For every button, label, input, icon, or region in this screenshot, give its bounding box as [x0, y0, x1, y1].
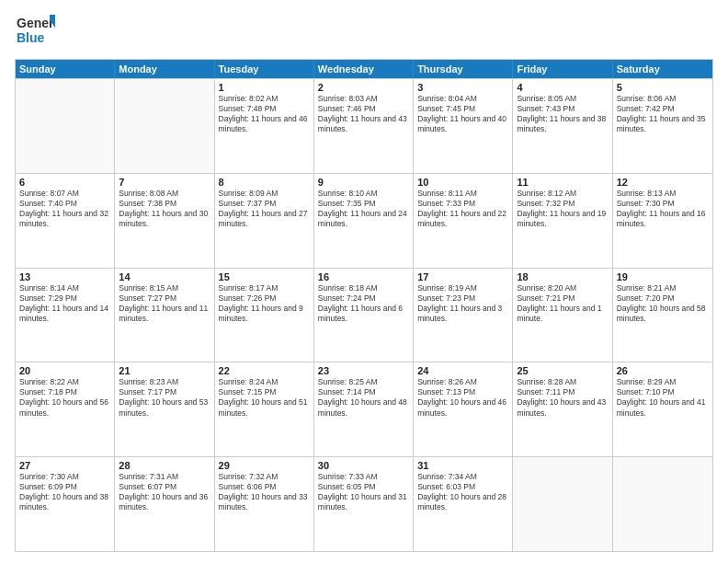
day-details: Sunrise: 8:07 AM Sunset: 7:40 PM Dayligh… [19, 189, 110, 229]
calendar-cell: 10Sunrise: 8:11 AM Sunset: 7:33 PM Dayli… [414, 174, 513, 268]
calendar-row-3: 13Sunrise: 8:14 AM Sunset: 7:29 PM Dayli… [16, 268, 712, 362]
calendar-cell: 30Sunrise: 7:33 AM Sunset: 6:05 PM Dayli… [314, 457, 414, 551]
weekday-header-wednesday: Wednesday [314, 60, 414, 78]
day-number: 26 [617, 365, 709, 376]
svg-text:General: General [17, 16, 55, 30]
day-number: 25 [517, 365, 608, 376]
calendar-cell: 20Sunrise: 8:22 AM Sunset: 7:18 PM Dayli… [16, 362, 115, 456]
day-details: Sunrise: 8:06 AM Sunset: 7:42 PM Dayligh… [617, 94, 709, 134]
calendar-cell: 1Sunrise: 8:02 AM Sunset: 7:48 PM Daylig… [215, 79, 314, 173]
day-number: 29 [219, 460, 310, 471]
calendar-cell: 12Sunrise: 8:13 AM Sunset: 7:30 PM Dayli… [613, 174, 712, 268]
day-number: 24 [417, 365, 508, 376]
calendar-cell: 5Sunrise: 8:06 AM Sunset: 7:42 PM Daylig… [613, 79, 712, 173]
calendar-row-2: 6Sunrise: 8:07 AM Sunset: 7:40 PM Daylig… [16, 173, 712, 268]
day-number: 3 [417, 82, 508, 93]
page: General Blue SundayMondayTuesdayWednesda… [0, 0, 728, 563]
weekday-header-saturday: Saturday [613, 60, 712, 78]
day-details: Sunrise: 8:21 AM Sunset: 7:20 PM Dayligh… [617, 283, 709, 324]
day-details: Sunrise: 8:28 AM Sunset: 7:11 PM Dayligh… [517, 377, 608, 418]
day-details: Sunrise: 8:24 AM Sunset: 7:15 PM Dayligh… [219, 377, 310, 418]
day-number: 5 [617, 82, 709, 93]
day-number: 15 [219, 271, 310, 282]
calendar-cell: 7Sunrise: 8:08 AM Sunset: 7:38 PM Daylig… [115, 174, 214, 268]
day-number: 27 [19, 460, 110, 471]
calendar: SundayMondayTuesdayWednesdayThursdayFrid… [15, 59, 713, 552]
day-number: 16 [318, 271, 409, 282]
day-details: Sunrise: 7:30 AM Sunset: 6:09 PM Dayligh… [19, 472, 110, 512]
day-number: 17 [417, 271, 508, 282]
day-details: Sunrise: 7:33 AM Sunset: 6:05 PM Dayligh… [318, 472, 409, 512]
day-number: 6 [19, 177, 110, 188]
weekday-header-friday: Friday [513, 60, 612, 78]
calendar-cell: 29Sunrise: 7:32 AM Sunset: 6:06 PM Dayli… [215, 457, 314, 551]
calendar-cell: 18Sunrise: 8:20 AM Sunset: 7:21 PM Dayli… [513, 269, 612, 362]
day-details: Sunrise: 8:26 AM Sunset: 7:13 PM Dayligh… [417, 377, 508, 418]
day-details: Sunrise: 8:13 AM Sunset: 7:30 PM Dayligh… [617, 189, 709, 229]
calendar-cell: 14Sunrise: 8:15 AM Sunset: 7:27 PM Dayli… [115, 269, 214, 362]
day-details: Sunrise: 7:34 AM Sunset: 6:03 PM Dayligh… [417, 472, 508, 512]
day-number: 21 [119, 365, 210, 376]
calendar-cell: 27Sunrise: 7:30 AM Sunset: 6:09 PM Dayli… [16, 457, 115, 551]
logo: General Blue [15, 11, 55, 52]
calendar-cell: 6Sunrise: 8:07 AM Sunset: 7:40 PM Daylig… [16, 174, 115, 268]
header: General Blue [15, 11, 713, 52]
day-number: 19 [617, 271, 709, 282]
day-details: Sunrise: 8:17 AM Sunset: 7:26 PM Dayligh… [219, 283, 310, 324]
day-details: Sunrise: 8:25 AM Sunset: 7:14 PM Dayligh… [318, 377, 409, 418]
day-number: 2 [318, 82, 409, 93]
calendar-cell [613, 457, 712, 551]
day-number: 9 [318, 177, 409, 188]
day-details: Sunrise: 8:14 AM Sunset: 7:29 PM Dayligh… [19, 283, 110, 324]
calendar-cell: 4Sunrise: 8:05 AM Sunset: 7:43 PM Daylig… [513, 79, 612, 173]
day-details: Sunrise: 8:05 AM Sunset: 7:43 PM Dayligh… [517, 94, 608, 134]
calendar-cell: 19Sunrise: 8:21 AM Sunset: 7:20 PM Dayli… [613, 269, 712, 362]
calendar-cell: 21Sunrise: 8:23 AM Sunset: 7:17 PM Dayli… [115, 362, 214, 456]
weekday-header-tuesday: Tuesday [215, 60, 314, 78]
calendar-row-1: 1Sunrise: 8:02 AM Sunset: 7:48 PM Daylig… [16, 78, 712, 173]
day-number: 12 [617, 177, 709, 188]
calendar-cell: 25Sunrise: 8:28 AM Sunset: 7:11 PM Dayli… [513, 362, 612, 456]
day-number: 7 [119, 177, 210, 188]
day-number: 31 [417, 460, 508, 471]
day-details: Sunrise: 8:02 AM Sunset: 7:48 PM Dayligh… [219, 94, 310, 134]
calendar-body: 1Sunrise: 8:02 AM Sunset: 7:48 PM Daylig… [16, 78, 712, 551]
calendar-cell: 8Sunrise: 8:09 AM Sunset: 7:37 PM Daylig… [215, 174, 314, 268]
calendar-cell: 2Sunrise: 8:03 AM Sunset: 7:46 PM Daylig… [314, 79, 414, 173]
day-details: Sunrise: 8:09 AM Sunset: 7:37 PM Dayligh… [219, 189, 310, 229]
calendar-cell: 28Sunrise: 7:31 AM Sunset: 6:07 PM Dayli… [115, 457, 214, 551]
day-details: Sunrise: 8:20 AM Sunset: 7:21 PM Dayligh… [517, 283, 608, 324]
day-details: Sunrise: 8:11 AM Sunset: 7:33 PM Dayligh… [417, 189, 508, 229]
day-number: 8 [219, 177, 310, 188]
day-details: Sunrise: 8:15 AM Sunset: 7:27 PM Dayligh… [119, 283, 210, 324]
day-number: 20 [19, 365, 110, 376]
day-number: 22 [219, 365, 310, 376]
day-number: 28 [119, 460, 210, 471]
day-details: Sunrise: 7:32 AM Sunset: 6:06 PM Dayligh… [219, 472, 310, 512]
calendar-cell: 23Sunrise: 8:25 AM Sunset: 7:14 PM Dayli… [314, 362, 414, 456]
calendar-cell [513, 457, 612, 551]
day-details: Sunrise: 8:22 AM Sunset: 7:18 PM Dayligh… [19, 377, 110, 418]
calendar-cell: 11Sunrise: 8:12 AM Sunset: 7:32 PM Dayli… [513, 174, 612, 268]
day-number: 11 [517, 177, 608, 188]
svg-text:Blue: Blue [17, 30, 45, 45]
weekday-header-sunday: Sunday [16, 60, 115, 78]
day-number: 14 [119, 271, 210, 282]
calendar-cell: 16Sunrise: 8:18 AM Sunset: 7:24 PM Dayli… [314, 269, 414, 362]
day-number: 1 [219, 82, 310, 93]
day-details: Sunrise: 8:04 AM Sunset: 7:45 PM Dayligh… [417, 94, 508, 134]
day-details: Sunrise: 8:03 AM Sunset: 7:46 PM Dayligh… [318, 94, 409, 134]
logo-svg: General Blue [15, 11, 55, 52]
calendar-cell: 3Sunrise: 8:04 AM Sunset: 7:45 PM Daylig… [414, 79, 513, 173]
day-details: Sunrise: 8:19 AM Sunset: 7:23 PM Dayligh… [417, 283, 508, 324]
day-details: Sunrise: 8:29 AM Sunset: 7:10 PM Dayligh… [617, 377, 709, 418]
calendar-cell: 31Sunrise: 7:34 AM Sunset: 6:03 PM Dayli… [414, 457, 513, 551]
day-details: Sunrise: 8:23 AM Sunset: 7:17 PM Dayligh… [119, 377, 210, 418]
day-number: 13 [19, 271, 110, 282]
calendar-row-5: 27Sunrise: 7:30 AM Sunset: 6:09 PM Dayli… [16, 456, 712, 551]
calendar-cell: 26Sunrise: 8:29 AM Sunset: 7:10 PM Dayli… [613, 362, 712, 456]
calendar-cell: 9Sunrise: 8:10 AM Sunset: 7:35 PM Daylig… [314, 174, 414, 268]
day-details: Sunrise: 8:10 AM Sunset: 7:35 PM Dayligh… [318, 189, 409, 229]
weekday-header-monday: Monday [115, 60, 214, 78]
day-number: 10 [417, 177, 508, 188]
